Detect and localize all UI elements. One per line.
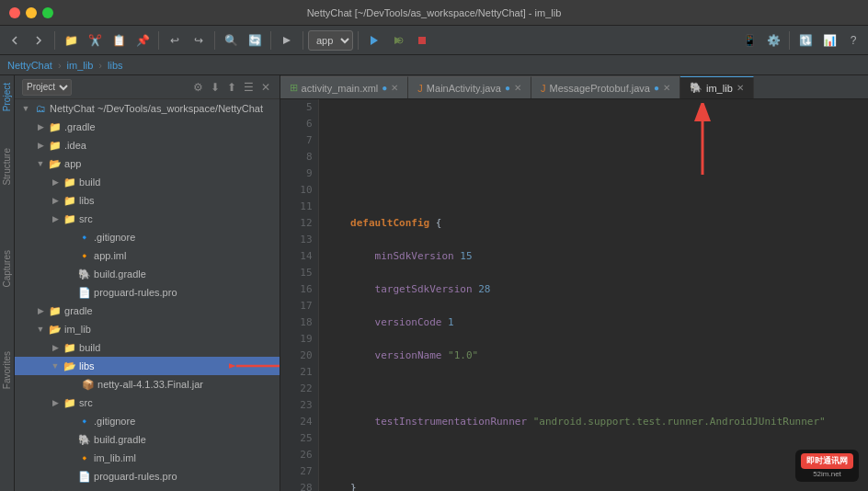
tab-icon: ⊞ <box>290 82 298 94</box>
red-arrow-annotation <box>229 359 280 373</box>
tree-item-idea[interactable]: ▶ 📁 .idea <box>15 136 280 154</box>
no-arrow: ▶ <box>63 453 77 462</box>
maximize-button[interactable] <box>42 7 53 18</box>
collapse-all-icon[interactable]: ⬆ <box>225 80 238 95</box>
expand-arrow: ▶ <box>33 141 48 150</box>
tree-item-app-src[interactable]: ▶ 📁 src <box>15 210 280 228</box>
tree-item-gradle-root[interactable]: ▶ 📁 .gradle <box>15 118 280 136</box>
tree-item-app[interactable]: ▼ 📂 app <box>15 154 280 173</box>
structure-tab[interactable]: Structure <box>0 144 14 189</box>
build-button[interactable] <box>276 29 298 51</box>
tree-item-app-iml[interactable]: ▶ 🔸 app.iml <box>15 246 280 265</box>
folder-icon: 📁 <box>63 342 77 354</box>
tree-item-imlib[interactable]: ▼ 📂 im_lib <box>15 320 280 338</box>
window-controls[interactable] <box>9 7 53 18</box>
code-line-7 <box>326 182 868 199</box>
tree-label: .gradle <box>64 121 96 132</box>
expand-arrow: ▶ <box>48 398 63 407</box>
help-button[interactable]: ? <box>842 29 864 51</box>
tree-item-imlib-buildgradle[interactable]: ▶ 🐘 build.gradle <box>15 430 280 449</box>
tree-item-imlib-iml[interactable]: ▶ 🔸 im_lib.iml <box>15 449 280 467</box>
folder-open-icon: 📂 <box>48 158 63 170</box>
tab-messageprotobuf[interactable]: J MessageProtobuf.java ● ✕ <box>531 76 680 98</box>
tree-label: build.gradle <box>94 434 146 445</box>
tree-item-gradle[interactable]: ▶ 📁 gradle <box>15 302 280 320</box>
profile-button[interactable]: 📊 <box>818 29 840 51</box>
undo-button[interactable]: ↩ <box>164 29 186 51</box>
run-button[interactable] <box>363 29 385 51</box>
path-separator: › <box>58 60 62 71</box>
replace-button[interactable]: 🔄 <box>244 29 266 51</box>
redo-button[interactable]: ↪ <box>188 29 210 51</box>
favorites-tab[interactable]: Favorites <box>0 348 14 393</box>
expand-arrow: ▼ <box>48 361 63 371</box>
pro-icon: 📄 <box>77 471 92 483</box>
debug-button[interactable] <box>387 29 409 51</box>
tab-label: MainActivity.java <box>427 83 501 94</box>
path-toolbar: NettyChat › im_lib › libs <box>0 55 868 75</box>
no-arrow: ▶ <box>66 380 81 389</box>
folder-icon: 📁 <box>63 195 77 207</box>
captures-tab[interactable]: Captures <box>0 246 14 291</box>
project-view-selector[interactable]: Project <box>22 79 72 96</box>
tree-item-imlib-src[interactable]: ▶ 📁 src <box>15 394 280 412</box>
tree-item-app-libs[interactable]: ▶ 📁 libs <box>15 191 280 210</box>
close-panel-icon[interactable]: ✕ <box>259 80 272 95</box>
folder-icon: 📁 <box>63 177 77 188</box>
tree-item-app-proguard[interactable]: ▶ 📄 proguard-rules.pro <box>15 283 280 302</box>
code-editor[interactable]: 5 6 7 8 9 10 11 12 13 14 15 16 17 18 19 … <box>280 99 868 491</box>
tab-imlib[interactable]: 🐘 im_lib ✕ <box>680 76 754 98</box>
close-button[interactable] <box>9 7 20 18</box>
copy-button[interactable]: 📋 <box>108 29 130 51</box>
tree-item-imlib-build[interactable]: ▶ 📁 build <box>15 338 280 357</box>
tab-close-button[interactable]: ✕ <box>514 83 521 93</box>
search-button[interactable]: 🔍 <box>220 29 242 51</box>
minimize-button[interactable] <box>26 7 37 18</box>
main-toolbar: 📁 ✂️ 📋 📌 ↩ ↪ 🔍 🔄 app 📱 ⚙️ 🔃 📊 ? <box>0 26 868 55</box>
tree-label: build <box>79 177 100 188</box>
sdk-button[interactable]: ⚙️ <box>762 29 784 51</box>
tree-item-imlib-gitignore[interactable]: ▶ 🔹 .gitignore <box>15 412 280 430</box>
folder-icon: 📁 <box>48 305 63 317</box>
expand-all-icon[interactable]: ⬇ <box>209 80 222 95</box>
settings-icon[interactable]: ⚙ <box>191 80 205 95</box>
no-arrow: ▶ <box>63 288 77 297</box>
tree-label: src <box>79 397 93 408</box>
project-name[interactable]: NettyChat <box>7 60 52 71</box>
tab-activity-main-xml[interactable]: ⊞ activity_main.xml ● ✕ <box>280 76 409 98</box>
tab-mainactivity[interactable]: J MainActivity.java ● ✕ <box>408 76 531 98</box>
tree-item-mylibrary[interactable]: ▶ 📁 mylibrary <box>15 485 280 491</box>
tree-item-app-buildgradle[interactable]: ▶ 🐘 build.gradle <box>15 265 280 283</box>
stop-button[interactable] <box>411 29 433 51</box>
code-text[interactable]: defaultConfig { minSdkVersion 15 targetS… <box>319 99 868 491</box>
folder-name[interactable]: libs <box>108 60 123 71</box>
tree-item-imlib-proguard[interactable]: ▶ 📄 proguard-rules.pro <box>15 467 280 485</box>
gradle-icon: 🐘 <box>77 434 92 446</box>
tree-item-app-gitignore[interactable]: ▶ 🔹 .gitignore <box>15 228 280 246</box>
tree-item-netty-jar[interactable]: ▶ 📦 netty-all-4.1.33.Final.jar <box>15 375 280 394</box>
app-selector[interactable]: app <box>308 30 353 51</box>
tree-item-imlib-libs[interactable]: ▼ 📂 libs <box>15 357 280 375</box>
forward-button[interactable] <box>28 29 50 51</box>
code-line-9: minSdkVersion 15 <box>326 248 868 265</box>
tab-close-button[interactable]: ✕ <box>737 83 744 93</box>
sync-button[interactable]: 🔃 <box>794 29 817 51</box>
paste-button[interactable]: 📌 <box>131 29 154 51</box>
code-line-14: testInstrumentationRunner "android.suppo… <box>326 414 868 430</box>
avd-button[interactable]: 📱 <box>738 29 760 51</box>
tree-item-root[interactable]: ▼ 🗂 NettyChat ~/DevTools/as_workspace/Ne… <box>15 99 280 118</box>
file-tree[interactable]: ▼ 🗂 NettyChat ~/DevTools/as_workspace/Ne… <box>15 99 280 491</box>
tab-close-button[interactable]: ✕ <box>391 83 398 93</box>
window-title: NettyChat [~/DevTools/as_workspace/Netty… <box>307 7 562 18</box>
panel-settings-icon[interactable]: ☰ <box>242 80 256 95</box>
folder-button[interactable]: 📁 <box>60 29 82 51</box>
tree-item-app-build[interactable]: ▶ 📁 build <box>15 173 280 191</box>
module-name[interactable]: im_lib <box>67 60 94 71</box>
no-arrow: ▶ <box>63 417 77 426</box>
cut-button[interactable]: ✂️ <box>84 29 106 51</box>
folder-open-icon: 📂 <box>48 324 63 336</box>
expand-arrow: ▶ <box>33 306 48 315</box>
project-tab[interactable]: Project <box>0 79 14 115</box>
tab-close-button[interactable]: ✕ <box>663 83 670 93</box>
back-button[interactable] <box>4 29 26 51</box>
